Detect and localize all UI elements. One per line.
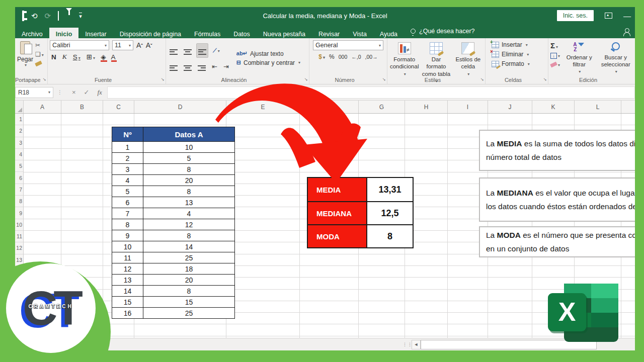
underline-button[interactable]: S	[71, 53, 82, 61]
row-header[interactable]: 2	[15, 125, 23, 137]
clipboard-dialog-launcher[interactable]: ⭨	[43, 77, 46, 82]
orientation-button[interactable]: ⟋	[211, 46, 221, 55]
insert-function-icon[interactable]: fx	[98, 88, 102, 97]
table-row[interactable]: 3 8	[112, 163, 234, 174]
row-header[interactable]: 12	[15, 242, 23, 254]
number-format-select[interactable]: General	[313, 40, 383, 50]
table-row[interactable]: 12 18	[112, 263, 234, 274]
stats-row[interactable]: MEDIANA 12,5	[308, 201, 413, 224]
table-row[interactable]: 16 25	[112, 307, 234, 318]
shrink-font-button[interactable]: Aˇ	[146, 41, 152, 49]
table-row[interactable]: 1 10	[112, 141, 234, 152]
row-header[interactable]: 11	[15, 231, 23, 242]
accounting-format-button[interactable]: $	[318, 53, 325, 60]
table-row[interactable]: 15 15	[112, 296, 234, 307]
clear-button[interactable]	[550, 60, 560, 68]
insert-cells-button[interactable]: Insertar	[492, 41, 528, 48]
percent-button[interactable]: %	[329, 53, 335, 60]
align-bottom-button[interactable]	[196, 43, 208, 58]
fill-button[interactable]: ↓	[550, 51, 560, 59]
scroll-left-icon[interactable]: ◄	[412, 340, 421, 349]
delete-cells-button[interactable]: Eliminar	[492, 51, 529, 58]
column-header[interactable]: D	[134, 101, 226, 113]
enter-icon[interactable]: ✓	[84, 88, 90, 96]
table-row[interactable]: 4 20	[112, 174, 234, 186]
merge-center-button[interactable]: ⊟Combinar y centrar	[236, 59, 300, 66]
column-header[interactable]: F	[300, 101, 359, 113]
table-row[interactable]: 6 13	[112, 197, 234, 208]
name-box[interactable]: R18	[15, 87, 53, 98]
number-dialog-launcher[interactable]: ⭨	[382, 77, 385, 82]
column-header[interactable]: K	[532, 101, 575, 113]
column-header[interactable]: G	[359, 101, 405, 113]
format-painter-icon[interactable]	[35, 60, 44, 67]
paste-button[interactable]: Pegar	[17, 40, 33, 76]
column-header[interactable]: I	[448, 101, 488, 113]
sort-filter-button[interactable]: AZ Ordenar yfiltrar	[562, 40, 597, 76]
column-header[interactable]: A	[24, 101, 61, 113]
align-left-button[interactable]	[168, 60, 179, 73]
font-color-button[interactable]: A	[110, 53, 117, 61]
formula-input[interactable]	[107, 86, 635, 99]
column-header[interactable]: C	[103, 101, 134, 113]
table-row[interactable]: 10 14	[112, 241, 234, 252]
italic-button[interactable]: K	[61, 53, 68, 61]
align-top-button[interactable]	[168, 44, 179, 57]
table-row[interactable]: 5 8	[112, 186, 234, 197]
autosum-button[interactable]: Σ	[550, 41, 560, 50]
table-row[interactable]: 8 12	[112, 219, 234, 230]
row-header[interactable]: 1	[15, 114, 23, 125]
column-header[interactable]: E	[226, 101, 300, 113]
grow-font-button[interactable]: Aˆ	[136, 41, 143, 49]
decrease-decimal-button[interactable]: ,00→	[365, 54, 378, 60]
share-user-icon[interactable]	[623, 28, 630, 35]
stats-row[interactable]: MEDIA 13,31	[308, 178, 413, 201]
table-row[interactable]: 11 25	[112, 252, 234, 263]
namebox-splitter[interactable]: ⋮	[53, 89, 67, 95]
increase-decimal-button[interactable]: ←,0	[351, 54, 361, 60]
borders-button[interactable]: ⊞	[85, 53, 97, 61]
row-header[interactable]: 4	[15, 149, 23, 160]
cancel-icon[interactable]: ×	[72, 88, 76, 96]
row-header[interactable]: 3	[15, 137, 23, 149]
styles-dialog-launcher[interactable]: ⭨	[480, 77, 484, 82]
select-all-corner[interactable]	[15, 101, 24, 113]
find-select-button[interactable]: Buscar yseleccionar	[599, 40, 633, 76]
row-header[interactable]: 5	[15, 160, 23, 172]
row-header[interactable]: 9	[15, 207, 23, 219]
bold-button[interactable]: N	[50, 53, 58, 61]
copy-icon[interactable]: ❏	[35, 51, 44, 58]
font-dialog-launcher[interactable]: ⭨	[161, 77, 164, 82]
wrap-text-button[interactable]: ab↵Ajustar texto	[236, 50, 300, 57]
row-header[interactable]: 7	[15, 184, 23, 196]
minimize-button[interactable]: —	[623, 12, 631, 20]
ribbon-display-options-icon[interactable]	[605, 13, 612, 19]
align-middle-button[interactable]	[182, 44, 193, 57]
fill-color-button[interactable]: ◈	[100, 53, 107, 61]
increase-indent-button[interactable]: ⇥	[222, 62, 230, 71]
stats-row[interactable]: MODA 8	[308, 224, 413, 247]
cell-grid[interactable]: Nº Datos A 1 10 2 5	[24, 114, 635, 338]
alignment-dialog-launcher[interactable]: ⭨	[304, 77, 307, 82]
column-header[interactable]: B	[61, 101, 103, 113]
table-row[interactable]: 13 20	[112, 274, 234, 285]
scrollbar-splitter[interactable]: ⋮⋮	[403, 342, 413, 347]
table-row[interactable]: 2 5	[112, 152, 234, 163]
column-header[interactable]: L	[575, 101, 621, 113]
align-right-button[interactable]	[196, 60, 207, 73]
align-center-button[interactable]	[182, 60, 193, 73]
font-name-select[interactable]: Calibri	[50, 40, 109, 50]
tell-me-box[interactable]: ¿Qué desea hacer?	[404, 25, 481, 38]
row-header[interactable]: 10	[15, 219, 23, 231]
cells-dialog-launcher[interactable]: ⭨	[543, 77, 546, 82]
cut-icon[interactable]: ✂	[35, 42, 44, 49]
row-header[interactable]: 6	[15, 172, 23, 184]
table-row[interactable]: 14 8	[112, 285, 234, 296]
sign-in-button[interactable]: Inic. ses.	[557, 10, 594, 21]
decrease-indent-button[interactable]: ⇤	[210, 62, 219, 71]
comma-style-button[interactable]: 000	[339, 54, 348, 60]
column-header[interactable]: H	[405, 101, 448, 113]
column-header[interactable]: J	[488, 101, 532, 113]
table-row[interactable]: 9 8	[112, 230, 234, 241]
row-header[interactable]: 8	[15, 196, 23, 207]
